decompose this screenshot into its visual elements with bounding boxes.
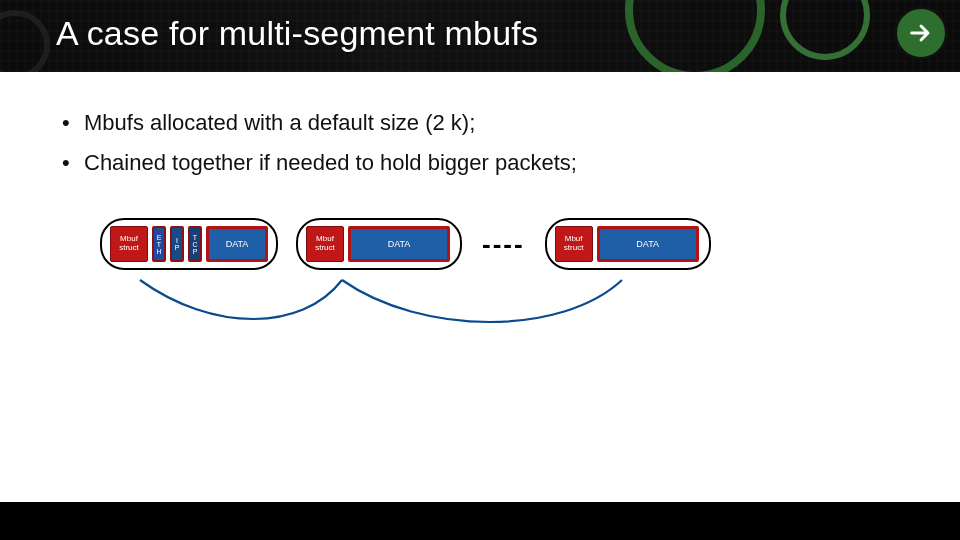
slide-title-banner: A case for multi-segment mbufs bbox=[0, 0, 960, 72]
mbuf-chain-diagram: Mbuf struct ETH IP TCP DATA Mbuf struct … bbox=[100, 218, 904, 270]
ip-header-label: IP bbox=[175, 237, 180, 251]
eth-header-box: ETH bbox=[152, 226, 166, 262]
mbuf-segment-1: Mbuf struct DATA bbox=[296, 218, 462, 270]
list-item: Chained together if needed to hold bigge… bbox=[56, 150, 904, 176]
mbuf-segment-0: Mbuf struct ETH IP TCP DATA bbox=[100, 218, 278, 270]
page-title: A case for multi-segment mbufs bbox=[56, 14, 538, 53]
mbuf-label: struct bbox=[564, 244, 584, 253]
decorative-ring bbox=[780, 0, 870, 60]
slide-footer-bar bbox=[0, 502, 960, 540]
mbuf-label: struct bbox=[315, 244, 335, 253]
slide-body: Mbufs allocated with a default size (2 k… bbox=[0, 72, 960, 270]
tcp-header-label: TCP bbox=[192, 234, 197, 255]
mbuf-struct-box: Mbuf struct bbox=[110, 226, 148, 262]
chain-ellipsis: ---- bbox=[480, 229, 527, 260]
bullet-list: Mbufs allocated with a default size (2 k… bbox=[56, 110, 904, 176]
brand-logo bbox=[894, 6, 948, 60]
chain-link-arcs bbox=[92, 276, 812, 336]
eth-header-label: ETH bbox=[156, 234, 161, 255]
tcp-header-box: TCP bbox=[188, 226, 202, 262]
decorative-ring bbox=[625, 0, 765, 72]
data-payload-box: DATA bbox=[206, 226, 268, 262]
data-payload-box: DATA bbox=[597, 226, 699, 262]
mbuf-label: struct bbox=[119, 244, 139, 253]
ip-header-box: IP bbox=[170, 226, 184, 262]
data-payload-box: DATA bbox=[348, 226, 450, 262]
decorative-ring bbox=[0, 10, 50, 72]
mbuf-struct-box: Mbuf struct bbox=[306, 226, 344, 262]
arrow-forward-icon bbox=[907, 19, 935, 47]
mbuf-struct-box: Mbuf struct bbox=[555, 226, 593, 262]
mbuf-segment-n: Mbuf struct DATA bbox=[545, 218, 711, 270]
list-item: Mbufs allocated with a default size (2 k… bbox=[56, 110, 904, 136]
